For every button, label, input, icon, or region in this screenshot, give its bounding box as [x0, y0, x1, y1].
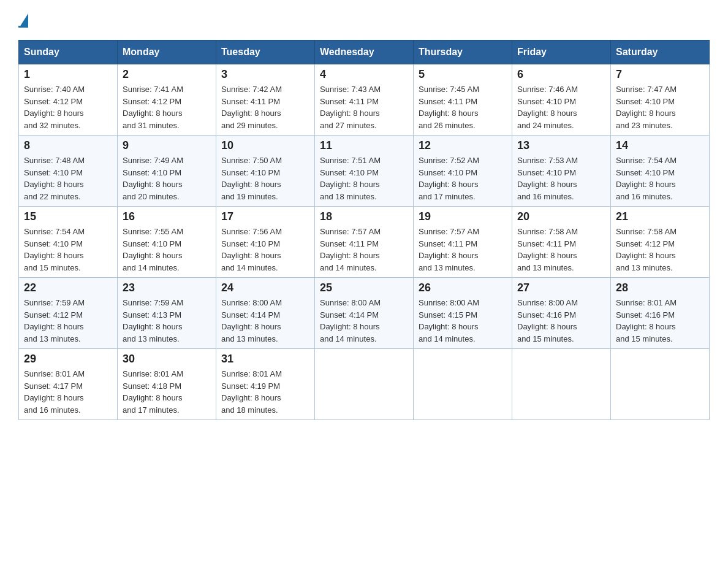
day-number: 29 — [24, 353, 112, 366]
day-info: Sunrise: 8:00 AMSunset: 4:15 PMDaylight:… — [419, 297, 507, 345]
calendar-cell: 23Sunrise: 7:59 AMSunset: 4:13 PMDayligh… — [118, 278, 216, 349]
day-info: Sunrise: 7:58 AMSunset: 4:12 PMDaylight:… — [616, 226, 704, 274]
calendar-cell: 19Sunrise: 7:57 AMSunset: 4:11 PMDayligh… — [414, 207, 512, 278]
calendar-week-row: 22Sunrise: 7:59 AMSunset: 4:12 PMDayligh… — [19, 278, 710, 349]
calendar-cell: 9Sunrise: 7:49 AMSunset: 4:10 PMDaylight… — [118, 136, 216, 207]
calendar-cell: 15Sunrise: 7:54 AMSunset: 4:10 PMDayligh… — [19, 207, 118, 278]
calendar-cell — [414, 349, 512, 420]
day-info: Sunrise: 7:42 AMSunset: 4:11 PMDaylight:… — [221, 83, 309, 131]
day-number: 13 — [517, 139, 605, 152]
weekday-header-wednesday: Wednesday — [315, 40, 414, 64]
day-info: Sunrise: 7:59 AMSunset: 4:13 PMDaylight:… — [123, 297, 211, 345]
day-info: Sunrise: 7:50 AMSunset: 4:10 PMDaylight:… — [221, 155, 309, 202]
day-number: 12 — [419, 139, 507, 152]
day-number: 2 — [123, 68, 211, 81]
weekday-header-thursday: Thursday — [414, 40, 512, 64]
day-info: Sunrise: 7:57 AMSunset: 4:11 PMDaylight:… — [419, 226, 507, 274]
calendar-cell: 17Sunrise: 7:56 AMSunset: 4:10 PMDayligh… — [216, 207, 315, 278]
calendar-cell: 21Sunrise: 7:58 AMSunset: 4:12 PMDayligh… — [611, 207, 710, 278]
calendar-cell: 25Sunrise: 8:00 AMSunset: 4:14 PMDayligh… — [315, 278, 414, 349]
day-number: 17 — [221, 210, 309, 223]
weekday-header-row: SundayMondayTuesdayWednesdayThursdayFrid… — [19, 40, 710, 64]
day-number: 27 — [517, 282, 605, 294]
calendar-cell: 3Sunrise: 7:42 AMSunset: 4:11 PMDaylight… — [216, 64, 315, 136]
calendar-cell: 27Sunrise: 8:00 AMSunset: 4:16 PMDayligh… — [512, 278, 611, 349]
calendar-cell — [315, 349, 414, 420]
day-number: 18 — [320, 210, 408, 223]
day-info: Sunrise: 7:52 AMSunset: 4:10 PMDaylight:… — [419, 155, 507, 202]
day-number: 15 — [24, 210, 112, 223]
calendar-cell — [611, 349, 710, 420]
weekday-header-monday: Monday — [118, 40, 216, 64]
day-number: 6 — [517, 68, 605, 81]
weekday-header-tuesday: Tuesday — [216, 40, 315, 64]
calendar-cell: 14Sunrise: 7:54 AMSunset: 4:10 PMDayligh… — [611, 136, 710, 207]
calendar-cell: 26Sunrise: 8:00 AMSunset: 4:15 PMDayligh… — [414, 278, 512, 349]
day-info: Sunrise: 7:45 AMSunset: 4:11 PMDaylight:… — [419, 83, 507, 131]
day-info: Sunrise: 7:58 AMSunset: 4:11 PMDaylight:… — [517, 226, 605, 274]
day-number: 20 — [517, 210, 605, 223]
day-number: 23 — [123, 282, 211, 294]
day-number: 30 — [123, 353, 211, 366]
day-info: Sunrise: 7:59 AMSunset: 4:12 PMDaylight:… — [24, 297, 112, 345]
calendar-cell: 1Sunrise: 7:40 AMSunset: 4:12 PMDaylight… — [19, 64, 118, 136]
calendar-cell: 6Sunrise: 7:46 AMSunset: 4:10 PMDaylight… — [512, 64, 611, 136]
calendar-cell: 16Sunrise: 7:55 AMSunset: 4:10 PMDayligh… — [118, 207, 216, 278]
calendar-cell: 8Sunrise: 7:48 AMSunset: 4:10 PMDaylight… — [19, 136, 118, 207]
calendar-cell: 11Sunrise: 7:51 AMSunset: 4:10 PMDayligh… — [315, 136, 414, 207]
day-number: 10 — [221, 139, 309, 152]
day-info: Sunrise: 7:55 AMSunset: 4:10 PMDaylight:… — [123, 226, 211, 274]
calendar-cell: 13Sunrise: 7:53 AMSunset: 4:10 PMDayligh… — [512, 136, 611, 207]
day-number: 31 — [221, 353, 309, 366]
day-number: 25 — [320, 282, 408, 294]
day-number: 28 — [616, 282, 704, 294]
calendar-cell: 10Sunrise: 7:50 AMSunset: 4:10 PMDayligh… — [216, 136, 315, 207]
day-info: Sunrise: 7:40 AMSunset: 4:12 PMDaylight:… — [24, 83, 112, 131]
day-number: 1 — [24, 68, 112, 81]
day-number: 9 — [123, 139, 211, 152]
calendar-cell: 2Sunrise: 7:41 AMSunset: 4:12 PMDaylight… — [118, 64, 216, 136]
day-info: Sunrise: 7:51 AMSunset: 4:10 PMDaylight:… — [320, 155, 408, 202]
day-info: Sunrise: 7:54 AMSunset: 4:10 PMDaylight:… — [24, 226, 112, 274]
day-info: Sunrise: 7:41 AMSunset: 4:12 PMDaylight:… — [123, 83, 211, 131]
day-info: Sunrise: 8:01 AMSunset: 4:19 PMDaylight:… — [221, 368, 309, 416]
day-number: 22 — [24, 282, 112, 294]
day-info: Sunrise: 8:01 AMSunset: 4:16 PMDaylight:… — [616, 297, 704, 345]
day-number: 19 — [419, 210, 507, 223]
day-info: Sunrise: 7:48 AMSunset: 4:10 PMDaylight:… — [24, 155, 112, 202]
calendar-week-row: 15Sunrise: 7:54 AMSunset: 4:10 PMDayligh… — [19, 207, 710, 278]
day-number: 26 — [419, 282, 507, 294]
day-info: Sunrise: 7:49 AMSunset: 4:10 PMDaylight:… — [123, 155, 211, 202]
calendar-cell: 4Sunrise: 7:43 AMSunset: 4:11 PMDaylight… — [315, 64, 414, 136]
weekday-header-saturday: Saturday — [611, 40, 710, 64]
day-number: 21 — [616, 210, 704, 223]
day-info: Sunrise: 8:01 AMSunset: 4:17 PMDaylight:… — [24, 368, 112, 416]
day-number: 8 — [24, 139, 112, 152]
calendar-cell: 7Sunrise: 7:47 AMSunset: 4:10 PMDaylight… — [611, 64, 710, 136]
day-info: Sunrise: 7:46 AMSunset: 4:10 PMDaylight:… — [517, 83, 605, 131]
logo — [18, 12, 28, 28]
day-info: Sunrise: 8:01 AMSunset: 4:18 PMDaylight:… — [123, 368, 211, 416]
day-info: Sunrise: 7:53 AMSunset: 4:10 PMDaylight:… — [517, 155, 605, 202]
day-number: 7 — [616, 68, 704, 81]
calendar-cell: 29Sunrise: 8:01 AMSunset: 4:17 PMDayligh… — [19, 349, 118, 420]
day-number: 5 — [419, 68, 507, 81]
day-number: 14 — [616, 139, 704, 152]
calendar-cell: 12Sunrise: 7:52 AMSunset: 4:10 PMDayligh… — [414, 136, 512, 207]
day-info: Sunrise: 7:47 AMSunset: 4:10 PMDaylight:… — [616, 83, 704, 131]
logo-triangle-icon — [20, 13, 28, 27]
day-number: 24 — [221, 282, 309, 294]
weekday-header-sunday: Sunday — [19, 40, 118, 64]
calendar-cell: 18Sunrise: 7:57 AMSunset: 4:11 PMDayligh… — [315, 207, 414, 278]
calendar-week-row: 1Sunrise: 7:40 AMSunset: 4:12 PMDaylight… — [19, 64, 710, 136]
page-header — [18, 12, 710, 28]
day-info: Sunrise: 8:00 AMSunset: 4:14 PMDaylight:… — [320, 297, 408, 345]
day-info: Sunrise: 7:56 AMSunset: 4:10 PMDaylight:… — [221, 226, 309, 274]
day-number: 11 — [320, 139, 408, 152]
calendar-cell — [512, 349, 611, 420]
day-info: Sunrise: 7:54 AMSunset: 4:10 PMDaylight:… — [616, 155, 704, 202]
calendar-cell: 22Sunrise: 7:59 AMSunset: 4:12 PMDayligh… — [19, 278, 118, 349]
day-info: Sunrise: 8:00 AMSunset: 4:14 PMDaylight:… — [221, 297, 309, 345]
day-info: Sunrise: 7:57 AMSunset: 4:11 PMDaylight:… — [320, 226, 408, 274]
calendar-table: SundayMondayTuesdayWednesdayThursdayFrid… — [18, 40, 710, 420]
